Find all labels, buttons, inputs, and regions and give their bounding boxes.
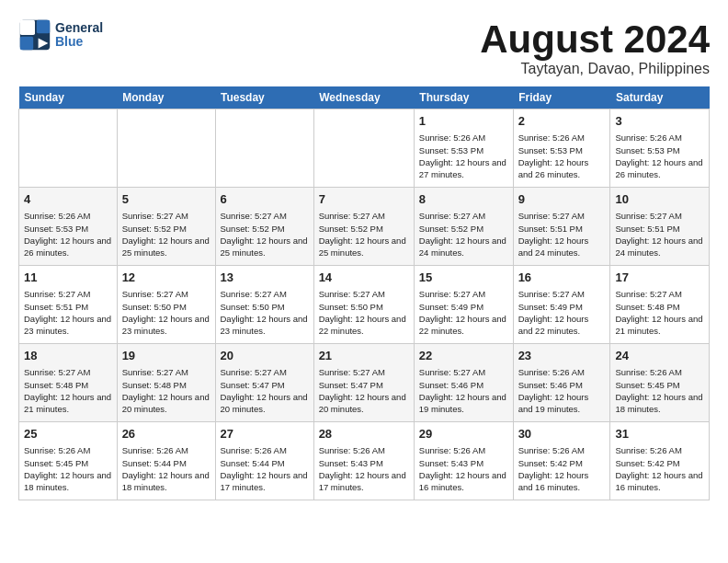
week-row-1: 1Sunrise: 5:26 AM Sunset: 5:53 PM Daylig… (19, 109, 710, 188)
day-info: Sunrise: 5:27 AM Sunset: 5:50 PM Dayligh… (122, 288, 210, 337)
calendar-cell: 3Sunrise: 5:26 AM Sunset: 5:53 PM Daylig… (610, 109, 710, 188)
calendar-cell: 1Sunrise: 5:26 AM Sunset: 5:53 PM Daylig… (414, 109, 513, 188)
calendar-cell (215, 109, 313, 188)
calendar-cell: 24Sunrise: 5:26 AM Sunset: 5:45 PM Dayli… (610, 344, 710, 422)
day-info: Sunrise: 5:26 AM Sunset: 5:46 PM Dayligh… (518, 366, 606, 415)
calendar-cell: 9Sunrise: 5:27 AM Sunset: 5:51 PM Daylig… (513, 188, 610, 266)
calendar-cell: 27Sunrise: 5:26 AM Sunset: 5:44 PM Dayli… (215, 422, 313, 500)
day-number: 30 (518, 426, 606, 442)
day-info: Sunrise: 5:27 AM Sunset: 5:49 PM Dayligh… (419, 288, 508, 337)
calendar-cell: 16Sunrise: 5:27 AM Sunset: 5:49 PM Dayli… (513, 266, 610, 344)
calendar-cell: 6Sunrise: 5:27 AM Sunset: 5:52 PM Daylig… (215, 188, 313, 266)
calendar-cell: 21Sunrise: 5:27 AM Sunset: 5:47 PM Dayli… (313, 344, 414, 422)
week-row-2: 4Sunrise: 5:26 AM Sunset: 5:53 PM Daylig… (19, 188, 710, 266)
day-number: 20 (221, 348, 309, 364)
calendar-cell: 18Sunrise: 5:27 AM Sunset: 5:48 PM Dayli… (19, 344, 118, 422)
calendar-cell: 4Sunrise: 5:26 AM Sunset: 5:53 PM Daylig… (19, 188, 118, 266)
logo-text: General Blue (55, 21, 103, 50)
day-info: Sunrise: 5:27 AM Sunset: 5:51 PM Dayligh… (615, 210, 704, 259)
calendar-body: 1Sunrise: 5:26 AM Sunset: 5:53 PM Daylig… (19, 109, 710, 500)
day-number: 5 (122, 191, 210, 208)
header-cell-thursday: Thursday (414, 86, 513, 109)
page-header: General Blue August 2024 Taytayan, Davao… (18, 18, 710, 77)
day-info: Sunrise: 5:27 AM Sunset: 5:48 PM Dayligh… (24, 366, 112, 415)
day-info: Sunrise: 5:27 AM Sunset: 5:48 PM Dayligh… (122, 366, 210, 415)
day-number: 18 (24, 348, 112, 364)
day-number: 29 (419, 426, 508, 442)
day-number: 11 (24, 270, 112, 286)
logo-icon (18, 18, 51, 52)
calendar-cell: 28Sunrise: 5:26 AM Sunset: 5:43 PM Dayli… (313, 422, 414, 500)
day-number: 22 (419, 348, 508, 364)
calendar-cell: 29Sunrise: 5:26 AM Sunset: 5:43 PM Dayli… (414, 422, 513, 500)
calendar-table: SundayMondayTuesdayWednesdayThursdayFrid… (18, 86, 710, 500)
day-number: 3 (615, 113, 704, 130)
week-row-4: 18Sunrise: 5:27 AM Sunset: 5:48 PM Dayli… (19, 344, 710, 422)
day-info: Sunrise: 5:26 AM Sunset: 5:43 PM Dayligh… (419, 444, 508, 493)
calendar-cell: 15Sunrise: 5:27 AM Sunset: 5:49 PM Dayli… (414, 266, 513, 344)
day-info: Sunrise: 5:27 AM Sunset: 5:52 PM Dayligh… (419, 210, 508, 259)
day-number: 13 (221, 270, 309, 286)
day-info: Sunrise: 5:26 AM Sunset: 5:43 PM Dayligh… (319, 444, 409, 493)
logo: General Blue (18, 18, 103, 52)
header-cell-wednesday: Wednesday (313, 86, 414, 109)
day-number: 26 (122, 426, 210, 442)
calendar-cell: 12Sunrise: 5:27 AM Sunset: 5:50 PM Dayli… (117, 266, 215, 344)
day-number: 10 (615, 191, 704, 208)
calendar-cell: 23Sunrise: 5:26 AM Sunset: 5:46 PM Dayli… (513, 344, 610, 422)
svg-rect-2 (20, 20, 35, 35)
day-info: Sunrise: 5:26 AM Sunset: 5:45 PM Dayligh… (24, 444, 112, 493)
calendar-cell: 25Sunrise: 5:26 AM Sunset: 5:45 PM Dayli… (19, 422, 118, 500)
day-info: Sunrise: 5:27 AM Sunset: 5:50 PM Dayligh… (221, 288, 309, 337)
week-row-5: 25Sunrise: 5:26 AM Sunset: 5:45 PM Dayli… (19, 422, 710, 500)
day-number: 9 (518, 191, 606, 208)
day-info: Sunrise: 5:26 AM Sunset: 5:53 PM Dayligh… (518, 132, 606, 180)
calendar-cell: 7Sunrise: 5:27 AM Sunset: 5:52 PM Daylig… (313, 188, 414, 266)
calendar-cell: 10Sunrise: 5:27 AM Sunset: 5:51 PM Dayli… (610, 188, 710, 266)
day-info: Sunrise: 5:26 AM Sunset: 5:53 PM Dayligh… (615, 132, 704, 180)
day-info: Sunrise: 5:27 AM Sunset: 5:51 PM Dayligh… (518, 210, 606, 259)
calendar-cell: 5Sunrise: 5:27 AM Sunset: 5:52 PM Daylig… (117, 188, 215, 266)
day-number: 4 (24, 191, 112, 208)
day-number: 6 (221, 191, 309, 208)
day-info: Sunrise: 5:27 AM Sunset: 5:51 PM Dayligh… (24, 288, 112, 337)
day-info: Sunrise: 5:26 AM Sunset: 5:42 PM Dayligh… (518, 444, 606, 493)
calendar-cell: 20Sunrise: 5:27 AM Sunset: 5:47 PM Dayli… (215, 344, 313, 422)
day-number: 12 (122, 270, 210, 286)
calendar-cell (117, 109, 215, 188)
day-number: 7 (319, 191, 409, 208)
day-info: Sunrise: 5:27 AM Sunset: 5:47 PM Dayligh… (221, 366, 309, 415)
svg-rect-4 (20, 37, 33, 50)
day-number: 1 (419, 113, 508, 130)
day-number: 27 (221, 426, 309, 442)
svg-rect-3 (37, 20, 50, 33)
calendar-cell: 13Sunrise: 5:27 AM Sunset: 5:50 PM Dayli… (215, 266, 313, 344)
day-info: Sunrise: 5:27 AM Sunset: 5:49 PM Dayligh… (518, 288, 606, 337)
calendar-cell: 22Sunrise: 5:27 AM Sunset: 5:46 PM Dayli… (414, 344, 513, 422)
day-number: 14 (319, 270, 409, 286)
month-year: August 2024 (480, 18, 710, 61)
day-number: 8 (419, 191, 508, 208)
day-number: 31 (615, 426, 704, 442)
day-number: 21 (319, 348, 409, 364)
day-info: Sunrise: 5:26 AM Sunset: 5:53 PM Dayligh… (24, 210, 112, 259)
day-number: 28 (319, 426, 409, 442)
header-cell-friday: Friday (513, 86, 610, 109)
day-info: Sunrise: 5:27 AM Sunset: 5:52 PM Dayligh… (122, 210, 210, 259)
calendar-header: SundayMondayTuesdayWednesdayThursdayFrid… (19, 86, 710, 109)
header-cell-sunday: Sunday (19, 86, 118, 109)
day-info: Sunrise: 5:27 AM Sunset: 5:52 PM Dayligh… (319, 210, 409, 259)
day-info: Sunrise: 5:26 AM Sunset: 5:42 PM Dayligh… (615, 444, 704, 493)
location: Taytayan, Davao, Philippines (480, 61, 710, 77)
day-info: Sunrise: 5:27 AM Sunset: 5:47 PM Dayligh… (319, 366, 409, 415)
day-number: 2 (518, 113, 606, 130)
day-number: 16 (518, 270, 606, 286)
day-number: 25 (24, 426, 112, 442)
calendar-cell: 11Sunrise: 5:27 AM Sunset: 5:51 PM Dayli… (19, 266, 118, 344)
day-info: Sunrise: 5:27 AM Sunset: 5:48 PM Dayligh… (615, 288, 704, 337)
day-number: 19 (122, 348, 210, 364)
day-info: Sunrise: 5:26 AM Sunset: 5:45 PM Dayligh… (615, 366, 704, 415)
day-info: Sunrise: 5:26 AM Sunset: 5:44 PM Dayligh… (221, 444, 309, 493)
day-info: Sunrise: 5:27 AM Sunset: 5:52 PM Dayligh… (221, 210, 309, 259)
header-cell-saturday: Saturday (610, 86, 710, 109)
